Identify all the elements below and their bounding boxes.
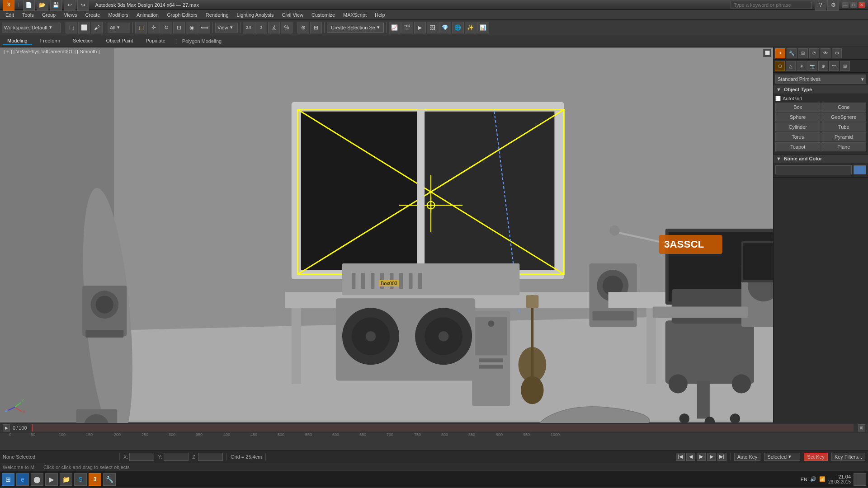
maximize-viewport-btn[interactable]: ⬜ <box>763 49 771 57</box>
menu-maxscript[interactable]: MAXScript <box>340 11 370 19</box>
create-selection-btn[interactable]: Create Selection Se ▾ <box>327 23 384 33</box>
render-setup-btn[interactable]: 🎬 <box>401 22 413 33</box>
select-move-btn[interactable]: ✛ <box>148 22 160 33</box>
plane-btn[interactable]: Plane <box>821 142 867 151</box>
timeline-track[interactable] <box>32 424 854 432</box>
skype-btn[interactable]: S <box>74 473 87 486</box>
modify-panel-icon[interactable]: 🔧 <box>787 48 797 58</box>
sphere-btn[interactable]: Sphere <box>775 113 821 122</box>
next-frame-btn[interactable]: ▶ <box>707 453 716 461</box>
paint-select-btn[interactable]: 🖌 <box>91 22 103 33</box>
view-dropdown[interactable]: View ▾ <box>215 23 238 33</box>
align-btn[interactable]: ⊕ <box>297 22 309 33</box>
utilities-panel-icon[interactable]: ⚙ <box>832 48 842 58</box>
show-desktop-btn[interactable] <box>854 473 866 486</box>
key-filters-btn[interactable]: Key Filters... <box>831 453 865 461</box>
media-btn[interactable]: ▶ <box>45 473 58 486</box>
render-frame-btn[interactable]: 🖼 <box>427 22 439 33</box>
save-btn[interactable]: 💾 <box>50 0 62 11</box>
create-panel-icon[interactable]: ✦ <box>775 48 785 58</box>
mirror-btn[interactable]: ⟺ <box>198 22 210 33</box>
autogrid-checkbox[interactable] <box>775 96 781 101</box>
menu-rendering[interactable]: Rendering <box>202 11 232 19</box>
settings-icon[interactable]: ⚙ <box>827 0 839 11</box>
render-env-btn[interactable]: 🌐 <box>452 22 464 33</box>
menu-create[interactable]: Create <box>81 11 104 19</box>
helpers-icon[interactable]: ⊕ <box>818 61 828 71</box>
start-btn[interactable]: ⊞ <box>2 473 14 486</box>
motion-panel-icon[interactable]: ⟳ <box>809 48 819 58</box>
curve-editor-btn[interactable]: 📈 <box>389 22 401 33</box>
menu-animation[interactable]: Animation <box>133 11 162 19</box>
lights-icon[interactable]: ☀ <box>797 61 807 71</box>
maxdesign-btn[interactable]: 3 <box>89 473 101 486</box>
maximize-btn[interactable]: □ <box>850 2 857 8</box>
render-stats-btn[interactable]: 📊 <box>477 22 489 33</box>
material-editor-btn[interactable]: 💎 <box>439 22 451 33</box>
shapes-icon[interactable]: △ <box>786 61 796 71</box>
percent-snap-btn[interactable]: % <box>281 22 292 33</box>
help-icon[interactable]: ? <box>815 0 826 11</box>
play-btn[interactable]: ▶ <box>697 453 706 461</box>
tube-btn[interactable]: Tube <box>821 122 867 131</box>
chrome-btn[interactable]: ⬤ <box>31 473 43 486</box>
set-key-btn[interactable]: Set Key <box>804 453 828 461</box>
open-btn[interactable]: 📂 <box>37 0 48 11</box>
menu-tools[interactable]: Tools <box>19 11 38 19</box>
snap2d-btn[interactable]: 2.5 <box>243 22 255 33</box>
menu-modifiers[interactable]: Modifiers <box>104 11 132 19</box>
scale-btn[interactable]: ⊡ <box>173 22 185 33</box>
geometry-icon[interactable]: ⬡ <box>775 61 785 71</box>
snap3d-btn[interactable]: 3 <box>255 22 267 33</box>
select-mode-btn[interactable]: ⬚ <box>66 22 77 33</box>
skip-end-btn[interactable]: ▶| <box>717 453 726 461</box>
y-field[interactable] <box>164 453 189 461</box>
tab-modeling[interactable]: Modeling <box>3 37 32 45</box>
menu-views[interactable]: Views <box>60 11 80 19</box>
minimize-btn[interactable]: — <box>842 2 849 8</box>
select-region-btn[interactable]: ⬜ <box>78 22 90 33</box>
menu-customize[interactable]: Customize <box>308 11 339 19</box>
angle-snap-btn[interactable]: ∡ <box>268 22 280 33</box>
color-swatch[interactable] <box>854 165 866 174</box>
select-center-btn[interactable]: ◉ <box>186 22 198 33</box>
cone-btn[interactable]: Cone <box>821 103 867 112</box>
search-input[interactable] <box>731 1 812 9</box>
filter-dropdown[interactable]: All ▾ <box>108 23 130 33</box>
tab-selection[interactable]: Selection <box>68 37 98 45</box>
pyramid-btn[interactable]: Pyramid <box>821 132 867 141</box>
menu-group[interactable]: Group <box>38 11 60 19</box>
object-type-header[interactable]: ▼ Object Type <box>774 85 868 94</box>
app-logo[interactable]: 3 <box>3 0 14 11</box>
timeline-play-btn[interactable]: ▶ <box>3 424 10 432</box>
close-btn[interactable]: ✕ <box>858 2 865 8</box>
x-field[interactable] <box>129 453 154 461</box>
z-field[interactable] <box>198 453 223 461</box>
box-btn[interactable]: Box <box>775 103 821 112</box>
tab-populate[interactable]: Populate <box>141 37 170 45</box>
cameras-icon[interactable]: 📷 <box>807 61 817 71</box>
selected-dropdown[interactable]: Selected ▾ <box>764 453 800 461</box>
primitives-dropdown[interactable]: Standard Primitives ▾ <box>775 75 866 84</box>
menu-lighting-analysis[interactable]: Lighting Analysis <box>233 11 278 19</box>
display-panel-icon[interactable]: 👁 <box>821 48 830 58</box>
menu-edit[interactable]: Edit <box>2 11 18 19</box>
app-btn-3[interactable]: 🔧 <box>103 473 116 486</box>
menu-help[interactable]: Help <box>371 11 389 19</box>
undo-btn[interactable]: ↩ <box>64 0 75 11</box>
geosphere-btn[interactable]: GeoSphere <box>821 113 867 122</box>
name-color-header[interactable]: ▼ Name and Color <box>774 155 868 163</box>
menu-civil-view[interactable]: Civil View <box>278 11 307 19</box>
menu-graph-editors[interactable]: Graph Editors <box>163 11 201 19</box>
rotate-btn[interactable]: ↻ <box>160 22 172 33</box>
spacewarps-icon[interactable]: 〜 <box>829 61 839 71</box>
tab-freeform[interactable]: Freeform <box>36 37 65 45</box>
render-btn[interactable]: ▶ <box>414 22 426 33</box>
workspace-dropdown[interactable]: Workspace: Default ▾ <box>2 23 61 33</box>
ie-btn[interactable]: e <box>16 473 29 486</box>
tab-object-paint[interactable]: Object Paint <box>102 37 138 45</box>
effects-btn[interactable]: ✨ <box>465 22 476 33</box>
hierarchy-panel-icon[interactable]: ⊞ <box>798 48 808 58</box>
auto-key-btn[interactable]: Auto Key <box>734 453 761 461</box>
new-btn[interactable]: 📄 <box>23 0 35 11</box>
